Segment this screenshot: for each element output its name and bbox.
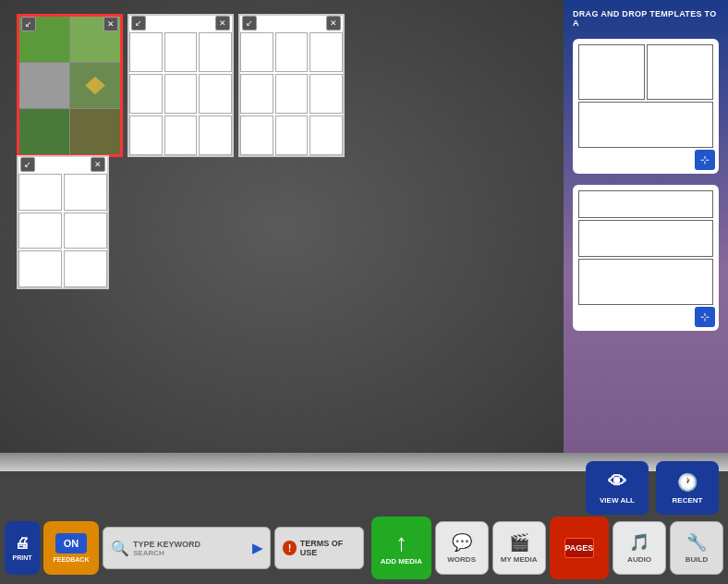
grid-cell bbox=[240, 32, 273, 72]
build-icon: 🔧 bbox=[686, 532, 707, 553]
print-label: PRINT bbox=[13, 554, 32, 561]
add-media-button[interactable]: ↑ ADD MEDIA bbox=[371, 517, 431, 579]
template-2x3[interactable]: ↙ ✕ bbox=[17, 155, 109, 289]
eye-icon: 👁 bbox=[608, 471, 626, 493]
grid-cell bbox=[240, 116, 273, 155]
view-all-label: VIEW ALL bbox=[600, 496, 635, 505]
word-bubble-icon: 💬 bbox=[452, 532, 472, 553]
toolbar-bottom: 🖨 PRINT ON FEEDBACK 🔍 TYPE KEYWORD SEARC… bbox=[0, 517, 728, 579]
grid-cell bbox=[129, 116, 163, 155]
item-c-collapse-btn[interactable]: ↙ bbox=[20, 157, 35, 172]
photo-cell-5 bbox=[19, 109, 69, 154]
photo-cell-6 bbox=[70, 109, 120, 154]
terms-label: TERMS OF USE bbox=[300, 539, 357, 557]
template-3x3-a[interactable]: ↙ ✕ bbox=[127, 14, 234, 157]
main-canvas: ↙ ✕ ↙ ✕ bbox=[0, 0, 564, 453]
feedback-button[interactable]: ON FEEDBACK bbox=[43, 521, 99, 575]
grid-cell bbox=[64, 213, 107, 249]
grid-cell bbox=[309, 116, 343, 155]
search-arrow-icon: ▶ bbox=[252, 541, 262, 555]
grid-cell bbox=[275, 32, 309, 72]
drag-handle-2[interactable]: ⊹ bbox=[695, 307, 715, 327]
photo-cell-4 bbox=[70, 63, 120, 108]
grid-cell bbox=[240, 74, 273, 114]
build-label: BUILD bbox=[686, 555, 708, 564]
recent-button[interactable]: 🕐 RECENT bbox=[656, 461, 719, 515]
grid-cell bbox=[18, 213, 62, 249]
grid-cell bbox=[309, 32, 343, 72]
template-3x3-b[interactable]: ↙ ✕ bbox=[238, 14, 345, 157]
search-icon: 🔍 bbox=[111, 540, 129, 557]
audio-label: AUDIO bbox=[627, 555, 651, 564]
toolbar-top: 👁 VIEW ALL 🕐 RECENT bbox=[586, 461, 719, 515]
grid-cell bbox=[64, 174, 107, 211]
item-a-collapse-btn[interactable]: ↙ bbox=[131, 16, 146, 30]
words-button[interactable]: 💬 WORDS bbox=[435, 521, 489, 575]
item-c-close-btn[interactable]: ✕ bbox=[91, 157, 105, 172]
grid-cell bbox=[18, 250, 62, 287]
grid-cell bbox=[199, 32, 232, 72]
add-media-label: ADD MEDIA bbox=[381, 557, 422, 566]
my-media-label: MY MEDIA bbox=[501, 555, 538, 564]
photo-cell-3 bbox=[19, 63, 69, 108]
template-panel: DRAG AND DROP TEMPLATES TO A ⊹ ⊹ bbox=[564, 0, 728, 453]
exclamation-icon: ! bbox=[283, 541, 296, 555]
drag-handle-1[interactable]: ⊹ bbox=[695, 150, 715, 170]
grid-cell bbox=[199, 74, 232, 114]
feedback-label: FEEDBACK bbox=[54, 556, 90, 563]
terms-button[interactable]: ! TERMS OF USE bbox=[274, 527, 364, 569]
audio-icon: 🎵 bbox=[629, 532, 649, 553]
search-bar[interactable]: 🔍 TYPE KEYWORD SEARCH ▶ bbox=[103, 527, 271, 569]
grid-cell bbox=[18, 174, 62, 211]
template-card-1[interactable]: ⊹ bbox=[573, 39, 719, 174]
template-card-2[interactable]: ⊹ bbox=[573, 185, 719, 331]
pages-icon: PAGES bbox=[564, 538, 594, 558]
item-b-collapse-btn[interactable]: ↙ bbox=[242, 16, 257, 30]
photo-grid bbox=[19, 17, 120, 154]
grid-cell bbox=[199, 116, 232, 155]
grid-cell bbox=[164, 74, 198, 114]
clock-icon: 🕐 bbox=[677, 472, 698, 493]
item-collapse-btn[interactable]: ↙ bbox=[21, 17, 36, 31]
drag-drop-hint: DRAG AND DROP TEMPLATES TO A bbox=[573, 9, 719, 28]
feedback-icon-on: ON bbox=[55, 533, 87, 554]
photo-collage-item[interactable]: ↙ ✕ bbox=[17, 14, 123, 157]
grid-cell bbox=[129, 74, 163, 114]
pages-button[interactable]: PAGES PAGES bbox=[550, 517, 609, 579]
plus-icon: ↑ bbox=[395, 530, 407, 554]
grid-cell bbox=[309, 74, 343, 114]
search-label-text: SEARCH bbox=[133, 549, 164, 557]
words-label: WORDS bbox=[447, 555, 476, 564]
item-b-close-btn[interactable]: ✕ bbox=[326, 16, 341, 30]
my-media-icon: 🎬 bbox=[509, 532, 529, 553]
grid-cell bbox=[164, 116, 198, 155]
grid-cell bbox=[129, 32, 163, 72]
printer-icon: 🖨 bbox=[15, 535, 30, 552]
recent-label: RECENT bbox=[673, 496, 703, 505]
audio-button[interactable]: 🎵 AUDIO bbox=[613, 521, 666, 575]
view-all-button[interactable]: 👁 VIEW ALL bbox=[586, 461, 649, 515]
build-button[interactable]: 🔧 BUILD bbox=[670, 521, 723, 575]
print-button[interactable]: 🖨 PRINT bbox=[5, 521, 40, 575]
item-close-btn[interactable]: ✕ bbox=[103, 17, 118, 31]
item-a-close-btn[interactable]: ✕ bbox=[215, 16, 230, 30]
my-media-button[interactable]: 🎬 MY MEDIA bbox=[492, 521, 546, 575]
grid-cell bbox=[275, 116, 309, 155]
grid-cell bbox=[275, 74, 309, 114]
grid-cell bbox=[164, 32, 198, 72]
grid-cell bbox=[64, 250, 107, 287]
search-keyword-label: TYPE KEYWORD bbox=[133, 540, 200, 549]
